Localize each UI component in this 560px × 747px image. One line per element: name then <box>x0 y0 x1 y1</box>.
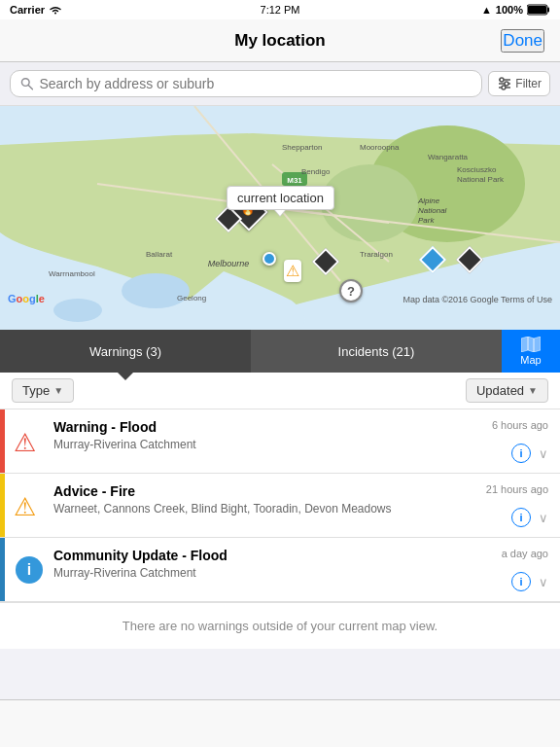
svg-rect-1 <box>547 8 549 13</box>
warning-subtitle-3: Murray-Riverina Catchment <box>53 566 465 580</box>
warning-icon-col-1 <box>5 409 53 473</box>
svg-point-9 <box>505 82 508 86</box>
warning-time-3: a day ago <box>502 548 548 559</box>
svg-text:Mooroopna: Mooroopna <box>360 143 400 152</box>
warning-content-2: Advice - Fire Warneet, Cannons Creek, Bl… <box>53 474 472 537</box>
svg-point-13 <box>321 164 418 242</box>
svg-line-4 <box>28 85 32 89</box>
warning-actions-2: i ∨ <box>511 508 548 527</box>
current-location-pin[interactable] <box>262 252 276 266</box>
done-button[interactable]: Done <box>501 29 544 53</box>
search-input-wrapper <box>10 70 482 97</box>
map-marker-warning-triangle[interactable]: ⚠ <box>284 260 301 282</box>
warning-actions-1: i ∨ <box>511 444 548 463</box>
location-arrow-icon: ▲ <box>481 4 492 16</box>
google-logo: Google <box>8 293 45 304</box>
map-tab-icon <box>521 337 541 352</box>
svg-rect-2 <box>528 6 546 14</box>
info-button-2[interactable]: i <box>511 508 531 527</box>
updated-chevron-icon: ▼ <box>528 385 538 396</box>
warning-item-flood: Warning - Flood Murray-Riverina Catchmen… <box>0 409 560 474</box>
warning-title-1: Warning - Flood <box>53 419 465 435</box>
warning-icon-col-2 <box>5 474 53 537</box>
warning-item-fire: Advice - Fire Warneet, Cannons Creek, Bl… <box>0 474 560 538</box>
battery-icon <box>527 4 550 16</box>
warning-item-community: i Community Update - Flood Murray-Riveri… <box>0 538 560 602</box>
svg-text:Park: Park <box>418 216 435 225</box>
warning-time-2: 21 hours ago <box>486 483 548 495</box>
updated-sort-button[interactable]: Updated ▼ <box>466 378 548 403</box>
map-marker-diamond-2[interactable] <box>316 252 335 271</box>
fire-warning-icon <box>14 492 45 519</box>
carrier-label: Carrier <box>10 4 45 16</box>
svg-text:Traralgon: Traralgon <box>360 250 393 259</box>
map-marker-diamond-4[interactable] <box>460 250 479 269</box>
svg-point-19 <box>53 299 102 322</box>
no-warnings-message: There are no warnings outside of your cu… <box>0 602 560 649</box>
status-time: 7:12 PM <box>261 4 300 16</box>
svg-text:Bendigo: Bendigo <box>301 167 331 176</box>
wifi-icon <box>49 5 62 15</box>
type-chevron-icon: ▼ <box>53 385 63 396</box>
svg-text:National: National <box>418 206 447 215</box>
svg-text:Wangaratta: Wangaratta <box>428 153 469 161</box>
info-button-3[interactable]: i <box>511 572 531 591</box>
svg-text:M31: M31 <box>287 176 302 185</box>
svg-point-8 <box>500 78 504 82</box>
tab-map[interactable]: Map <box>502 330 560 373</box>
warning-meta-1: 6 hours ago i ∨ <box>472 409 560 473</box>
type-filter-button[interactable]: Type ▼ <box>12 378 74 403</box>
warning-content-1: Warning - Flood Murray-Riverina Catchmen… <box>53 409 472 473</box>
warning-meta-3: a day ago i ∨ <box>472 538 560 601</box>
nav-bar: My location Done <box>0 19 560 62</box>
community-update-icon: i <box>16 556 43 584</box>
search-bar: Filter <box>0 62 560 106</box>
svg-point-10 <box>502 86 506 89</box>
map-marker-diamond-1[interactable] <box>219 209 238 229</box>
svg-text:Shepparton: Shepparton <box>282 143 322 152</box>
map-attribution: Map data ©2016 Google Terms of Use <box>402 295 552 304</box>
map-marker-diamond-3[interactable] <box>423 250 442 269</box>
tab-incidents[interactable]: Incidents (21) <box>251 330 502 373</box>
bottom-bar <box>0 699 560 747</box>
controls-row: Type ▼ Updated ▼ <box>0 373 560 409</box>
expand-button-1[interactable]: ∨ <box>539 446 548 461</box>
warning-subtitle-2: Warneet, Cannons Creek, Blind Bight, Too… <box>53 502 465 516</box>
svg-point-18 <box>122 273 190 308</box>
nav-title: My location <box>234 31 326 51</box>
warning-time-1: 6 hours ago <box>492 419 548 431</box>
svg-text:Kosciuszko: Kosciuszko <box>457 165 497 174</box>
svg-text:Alpine: Alpine <box>417 196 440 205</box>
svg-text:Ballarat: Ballarat <box>146 250 173 259</box>
expand-button-3[interactable]: ∨ <box>539 575 548 589</box>
filter-label: Filter <box>515 77 542 90</box>
svg-text:Geelong: Geelong <box>177 294 206 302</box>
battery-label: 100% <box>496 4 523 16</box>
svg-text:Melbourne: Melbourne <box>208 259 250 268</box>
tab-bar: Warnings (3) Incidents (21) Map <box>0 330 560 373</box>
warnings-list: Warning - Flood Murray-Riverina Catchmen… <box>0 409 560 602</box>
warning-title-3: Community Update - Flood <box>53 548 465 563</box>
map-container[interactable]: M31 Melbourne Geelong Ballarat Warrnambo… <box>0 106 560 330</box>
warning-subtitle-1: Murray-Riverina Catchment <box>53 438 465 451</box>
flood-warning-icon <box>14 428 45 455</box>
warning-content-3: Community Update - Flood Murray-Riverina… <box>53 538 472 601</box>
filter-sliders-icon <box>497 77 512 90</box>
warning-meta-2: 21 hours ago i ∨ <box>472 474 560 537</box>
warning-icon-col-3: i <box>5 538 53 601</box>
map-marker-question[interactable]: ? <box>339 279 363 302</box>
current-location-tooltip: current location <box>227 186 334 210</box>
tab-warnings[interactable]: Warnings (3) <box>0 330 251 373</box>
svg-text:National Park: National Park <box>457 175 505 184</box>
status-bar: Carrier 7:12 PM ▲ 100% <box>0 0 560 19</box>
search-icon <box>20 77 33 90</box>
warning-title-2: Advice - Fire <box>53 483 465 499</box>
expand-button-2[interactable]: ∨ <box>539 511 548 525</box>
svg-text:Warrnambool: Warrnambool <box>49 269 95 278</box>
info-button-1[interactable]: i <box>511 444 531 463</box>
search-input[interactable] <box>39 76 472 91</box>
filter-button[interactable]: Filter <box>488 71 550 96</box>
warning-actions-3: i ∨ <box>511 572 548 591</box>
